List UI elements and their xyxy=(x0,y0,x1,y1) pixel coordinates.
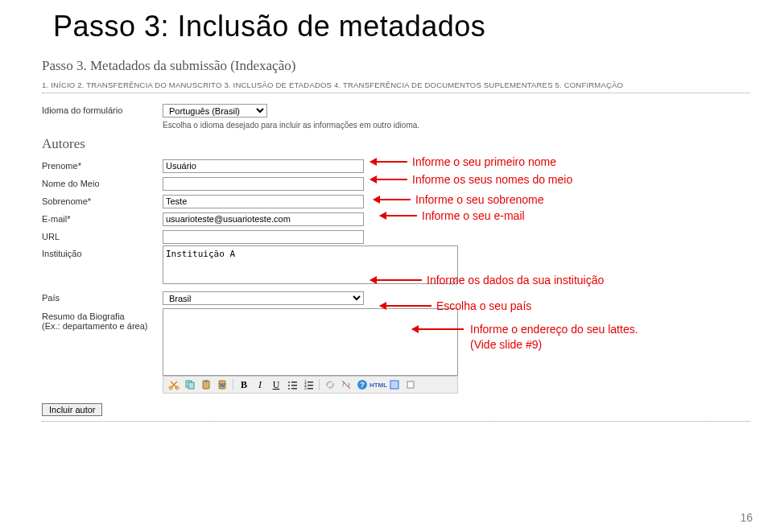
label-nome-meio: Nome do Meio xyxy=(42,179,163,188)
fullscreen-icon[interactable] xyxy=(389,379,400,390)
svg-rect-15 xyxy=(308,381,313,383)
svg-rect-17 xyxy=(308,385,313,386)
annotation-sobrenome: Informe o seu sobrenome xyxy=(374,193,544,206)
list-ordered-icon[interactable]: 123 xyxy=(303,379,314,390)
annotation-biografia-arrow xyxy=(412,328,469,330)
svg-text:?: ? xyxy=(360,381,365,389)
annotation-email: Informe o seu e-mail xyxy=(380,209,525,222)
toolbar-separator xyxy=(319,379,320,390)
page-number: 16 xyxy=(740,511,753,524)
label-email: E-mail* xyxy=(42,214,163,224)
row-biografia: Resumo da Biografia (Ex.: departamento e… xyxy=(42,308,750,376)
section-divider xyxy=(42,421,750,422)
incluir-autor-button[interactable]: Incluir autor xyxy=(42,403,102,416)
url-input[interactable] xyxy=(163,230,364,244)
toolbar-extra-icon[interactable] xyxy=(405,379,416,390)
toolbar-separator xyxy=(233,379,233,390)
annotation-biografia: Informe o endereço do seu lattes. (Vide … xyxy=(470,322,638,353)
unlink-icon[interactable] xyxy=(341,379,352,390)
label-pais: País xyxy=(42,293,163,303)
svg-point-10 xyxy=(288,385,290,386)
html-icon[interactable]: HTML xyxy=(373,379,384,390)
italic-icon[interactable]: I xyxy=(254,379,266,390)
cut-icon[interactable] xyxy=(168,379,180,390)
copy-icon[interactable] xyxy=(184,379,196,390)
label-biografia: Resumo da Biografia (Ex.: departamento e… xyxy=(42,308,163,331)
svg-rect-5 xyxy=(204,380,208,382)
annotation-nome-meio: Informe os seus nomes do meio xyxy=(370,173,572,186)
svg-point-12 xyxy=(288,388,290,390)
annotation-prenome: Informe o seu primeiro nome xyxy=(370,155,556,168)
prenome-input[interactable] xyxy=(163,159,364,173)
svg-rect-3 xyxy=(188,382,194,389)
link-icon[interactable] xyxy=(324,379,336,390)
autores-heading: Autores xyxy=(42,136,750,152)
paste-icon[interactable] xyxy=(200,379,212,390)
form-screenshot: Passo 3. Metadados da submissão (Indexaç… xyxy=(42,58,750,422)
help-icon[interactable]: ? xyxy=(357,379,368,390)
label-instituicao: Instituição xyxy=(42,245,163,258)
svg-rect-9 xyxy=(291,381,297,383)
label-language: Idioma do formulário xyxy=(42,105,163,115)
svg-rect-11 xyxy=(291,385,297,386)
label-url: URL xyxy=(42,232,163,241)
svg-rect-22 xyxy=(390,381,398,389)
sobrenome-input[interactable] xyxy=(163,195,364,208)
svg-text:W: W xyxy=(220,382,225,388)
label-biografia-line2: (Ex.: departamento e área) xyxy=(42,321,147,331)
svg-rect-23 xyxy=(407,381,414,388)
biografia-textarea[interactable] xyxy=(163,308,458,376)
language-hint: Escolha o idioma desejado para incluir a… xyxy=(42,119,750,130)
annotation-instituicao: Informe os dados da sua instituição xyxy=(370,274,604,287)
row-language: Idioma do formulário Português (Brasil) xyxy=(42,101,750,119)
nome-meio-input[interactable] xyxy=(163,177,364,191)
svg-rect-13 xyxy=(291,388,297,390)
annotation-pais: Escolha o seu país xyxy=(380,299,531,312)
underline-icon[interactable]: U xyxy=(270,379,282,390)
label-prenome: Prenome* xyxy=(42,161,163,171)
email-input[interactable] xyxy=(163,212,364,226)
pais-select[interactable]: Brasil xyxy=(163,291,364,305)
list-unordered-icon[interactable] xyxy=(287,379,298,390)
slide-title: Passo 3: Inclusão de metadados xyxy=(53,10,754,43)
label-biografia-line1: Resumo da Biografia xyxy=(42,311,125,321)
row-url: URL xyxy=(42,228,750,245)
svg-rect-19 xyxy=(308,388,313,390)
wizard-steps: 1. INÍCIO 2. TRANSFERÊNCIA DO MANUSCRITO… xyxy=(42,80,750,93)
bold-icon[interactable]: B xyxy=(238,379,250,390)
svg-text:3: 3 xyxy=(304,386,307,390)
paste-word-icon[interactable]: W xyxy=(217,379,228,390)
language-select[interactable]: Português (Brasil) xyxy=(163,104,267,118)
svg-point-8 xyxy=(288,381,290,383)
editor-toolbar: W B I U 123 ? HTML xyxy=(163,376,458,394)
label-sobrenome: Sobrenome* xyxy=(42,196,163,206)
section-heading: Passo 3. Metadados da submissão (Indexaç… xyxy=(42,58,750,74)
